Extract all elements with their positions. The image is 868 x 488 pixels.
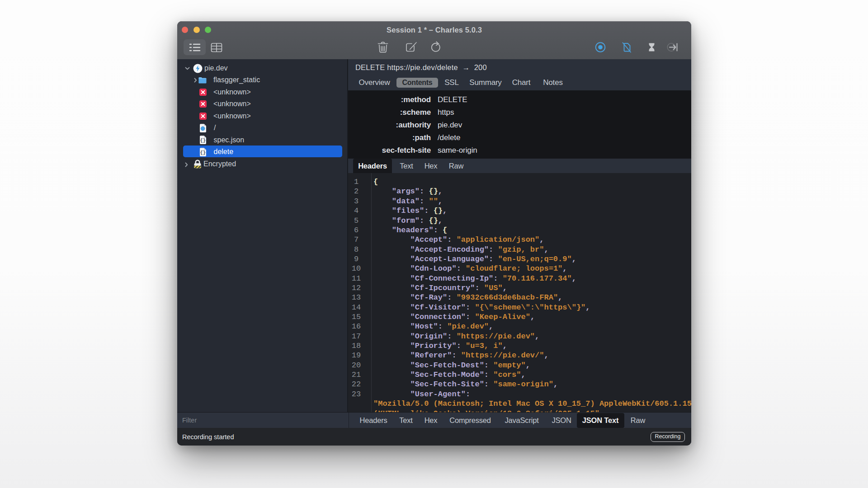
svg-text:{}: {} xyxy=(200,150,206,155)
svg-text:{}: {} xyxy=(200,138,206,143)
